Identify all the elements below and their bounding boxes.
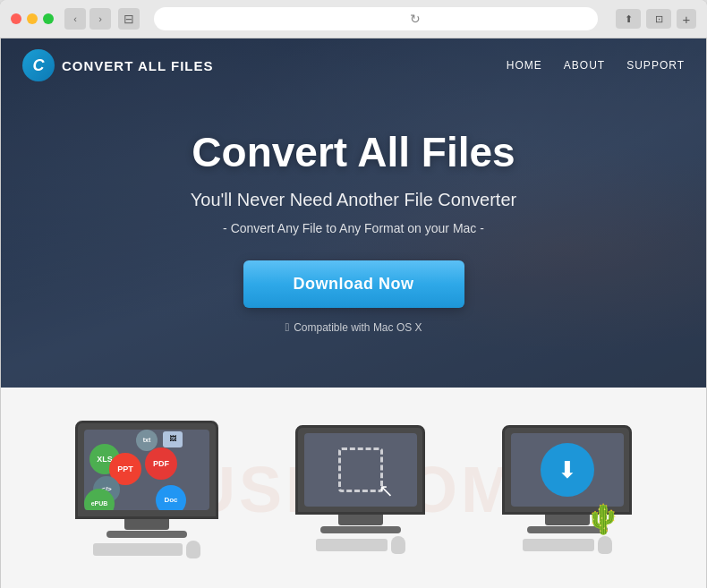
navbar: C CONVERT ALL FILES HOME ABOUT SUPPORT bbox=[1, 38, 706, 92]
monitor-3: ⬇ 🌵 bbox=[502, 425, 632, 554]
browser-window: ‹ › ⊟ ↻ ⬆ ⊡ + C CONVERT ALL FILES bbox=[0, 0, 707, 588]
download-arrow-icon: ⬇ bbox=[558, 458, 577, 481]
window-button[interactable]: ⊡ bbox=[646, 9, 671, 29]
select-area: ↖ bbox=[338, 447, 383, 492]
close-button[interactable] bbox=[11, 13, 21, 24]
hero-subtitle: You'll Never Need Another File Converter bbox=[19, 187, 688, 212]
monitor-1-body: XLS PPT PDF </> ePUB Doc txt 🖼 bbox=[75, 421, 218, 519]
minimize-button[interactable] bbox=[27, 13, 38, 24]
mouse-3 bbox=[598, 536, 612, 554]
nav-about[interactable]: ABOUT bbox=[564, 59, 605, 72]
monitor-2-accessories bbox=[316, 536, 405, 554]
monitor-2-stand bbox=[338, 515, 383, 525]
pdf-badge: PDF bbox=[145, 447, 177, 480]
keyboard-2 bbox=[316, 539, 388, 551]
logo: C CONVERT ALL FILES bbox=[22, 49, 214, 81]
hero-tagline: - Convert Any File to Any Format on your… bbox=[19, 221, 688, 235]
address-bar[interactable]: ↻ bbox=[154, 7, 598, 30]
download-icon-wrap: ⬇ bbox=[541, 443, 594, 497]
apple-icon:  bbox=[285, 320, 289, 334]
monitor-2-base bbox=[320, 526, 401, 533]
monitor-3-body: ⬇ bbox=[502, 425, 632, 515]
hero-content: Convert All Files You'll Never Need Anot… bbox=[1, 92, 706, 361]
tab-icon: ⊟ bbox=[118, 8, 140, 30]
keyboard-3 bbox=[523, 539, 594, 551]
forward-button[interactable]: › bbox=[89, 8, 111, 30]
file-icons: XLS PPT PDF </> ePUB Doc txt 🖼 bbox=[84, 430, 209, 510]
hero-section: C CONVERT ALL FILES HOME ABOUT SUPPORT C… bbox=[1, 38, 706, 388]
monitor-1: XLS PPT PDF </> ePUB Doc txt 🖼 bbox=[75, 421, 218, 558]
monitor-2-body: ↖ bbox=[295, 425, 425, 515]
logo-text: CONVERT ALL FILES bbox=[62, 58, 214, 73]
features-section: USK.COM XLS PPT PDF </> ePUB Doc txt 🖼 bbox=[1, 388, 706, 588]
monitor-3-stand bbox=[545, 515, 590, 525]
website-content: C CONVERT ALL FILES HOME ABOUT SUPPORT C… bbox=[0, 38, 707, 588]
logo-icon: C bbox=[22, 49, 55, 81]
img-badge: 🖼 bbox=[163, 431, 183, 447]
nav-home[interactable]: HOME bbox=[507, 59, 542, 72]
cursor-icon: ↖ bbox=[379, 480, 394, 501]
keyboard-1 bbox=[93, 543, 183, 556]
hero-title: Convert All Files bbox=[19, 128, 688, 176]
refresh-icon[interactable]: ↻ bbox=[410, 12, 421, 26]
maximize-button[interactable] bbox=[43, 13, 54, 24]
mouse-1 bbox=[186, 541, 200, 558]
back-button[interactable]: ‹ bbox=[64, 8, 86, 30]
txt-badge: txt bbox=[136, 430, 158, 451]
nav-support[interactable]: SUPPORT bbox=[626, 59, 685, 72]
monitor-1-screen: XLS PPT PDF </> ePUB Doc txt 🖼 bbox=[84, 430, 209, 510]
mouse-2 bbox=[391, 536, 405, 554]
new-tab-button[interactable]: + bbox=[677, 9, 696, 29]
nav-buttons: ‹ › bbox=[64, 8, 111, 30]
monitor-2-screen: ↖ bbox=[304, 433, 417, 507]
monitor-2: ↖ bbox=[295, 425, 425, 554]
share-button[interactable]: ⬆ bbox=[616, 9, 641, 29]
cactus-decoration: 🌵 bbox=[585, 502, 621, 536]
monitor-1-stand bbox=[124, 519, 169, 530]
window-controls bbox=[11, 13, 54, 24]
monitor-1-accessories bbox=[93, 541, 200, 558]
monitor-3-screen: ⬇ bbox=[511, 433, 624, 507]
monitor-1-base bbox=[106, 531, 187, 538]
selection-box bbox=[338, 447, 383, 492]
compat-text:  Compatible with Mac OS X bbox=[19, 320, 688, 334]
doc-badge: Doc bbox=[156, 485, 186, 511]
compat-label: Compatible with Mac OS X bbox=[294, 321, 422, 334]
monitor-3-accessories bbox=[523, 536, 612, 554]
nav-links: HOME ABOUT SUPPORT bbox=[507, 59, 685, 72]
download-button[interactable]: Download Now bbox=[243, 260, 464, 308]
browser-actions: ⬆ ⊡ + bbox=[616, 9, 696, 29]
browser-titlebar: ‹ › ⊟ ↻ ⬆ ⊡ + bbox=[0, 0, 707, 38]
